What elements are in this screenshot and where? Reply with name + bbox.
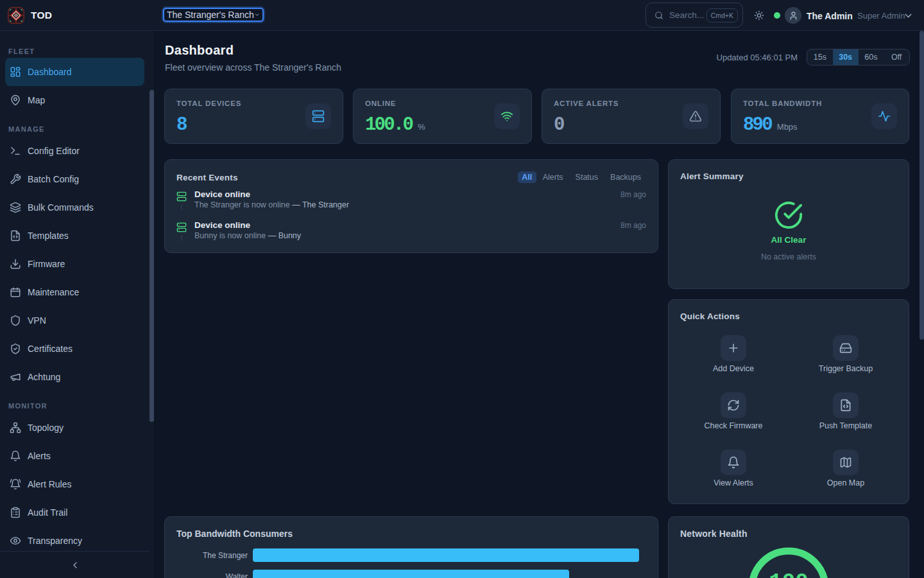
svg-text:100: 100 <box>769 570 808 578</box>
